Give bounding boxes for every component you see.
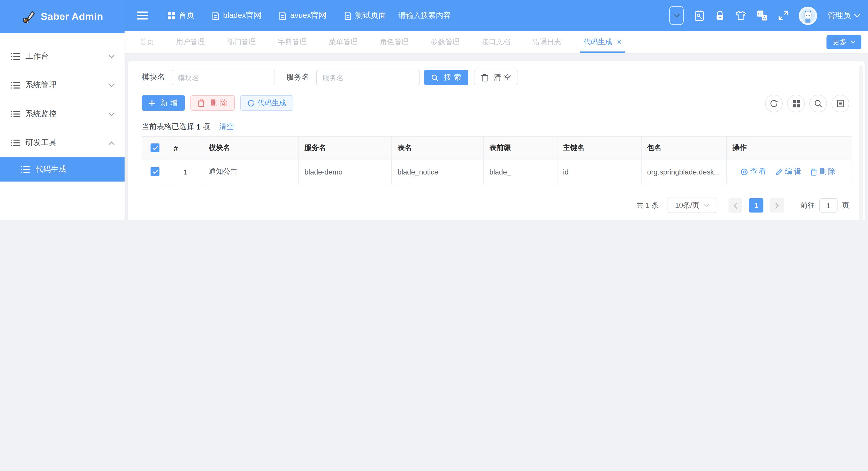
selection-text: 当前表格已选择 — [142, 122, 194, 132]
tab-param-management[interactable]: 参数管理 — [431, 31, 459, 53]
sidebar-item-label: 代码生成 — [35, 164, 66, 175]
menu-list-icon — [11, 82, 20, 89]
row-view-link[interactable]: 查看 — [741, 167, 768, 177]
menu-list-icon — [11, 139, 20, 147]
row-delete-link[interactable]: 删除 — [810, 167, 837, 177]
theme-shirt-icon[interactable] — [735, 10, 746, 21]
fullscreen-icon[interactable] — [778, 10, 788, 21]
selection-unit: 项 — [203, 122, 210, 132]
table-row: 1 通知公告 blade-demo blade_notice blade_ id… — [142, 159, 851, 184]
more-tabs-button[interactable]: 更多 — [826, 35, 861, 50]
top-nav-home[interactable]: 首页 — [168, 10, 194, 21]
service-name-label: 服务名 — [286, 73, 309, 83]
selection-clear-link[interactable]: 清空 — [219, 122, 234, 132]
global-search-input[interactable]: 请输入搜索内容 — [398, 10, 520, 21]
sidebar-item-system-management[interactable]: 系统管理 — [0, 71, 125, 99]
tab-error-log[interactable]: 错误日志 — [532, 31, 561, 53]
codegen-table: # 模块名 服务名 表名 表前缀 主键名 包名 操作 — [142, 136, 851, 184]
tab-user-management[interactable]: 用户管理 — [176, 31, 205, 53]
language-translate-icon[interactable]: 中 A — [757, 10, 768, 21]
selection-info: 当前表格已选择 1 项 清空 — [142, 123, 851, 130]
cell-prefix: blade_ — [484, 159, 557, 184]
trash-icon — [481, 74, 488, 82]
cell-index: 1 — [168, 159, 203, 184]
lock-icon[interactable] — [715, 10, 724, 21]
col-prefix: 表前缀 — [484, 136, 557, 159]
document-icon — [344, 11, 351, 20]
delete-button[interactable]: 删除 — [190, 95, 235, 111]
list-view-icon[interactable] — [832, 95, 849, 113]
goto-page-input[interactable] — [819, 198, 838, 213]
card-scrollbar[interactable] — [859, 65, 863, 220]
top-nav-test-page[interactable]: 测试页面 — [344, 10, 386, 21]
search-toggle-icon[interactable] — [809, 95, 827, 113]
sidebar-item-dev-tools[interactable]: 研发工具 — [0, 128, 125, 157]
code-generate-button[interactable]: 代码生成 — [240, 95, 293, 111]
cell-module: 通知公告 — [203, 159, 299, 184]
document-icon — [279, 11, 286, 20]
goto-unit: 页 — [842, 200, 849, 211]
col-index: # — [168, 136, 203, 159]
tab-api-docs[interactable]: 接口文档 — [482, 31, 510, 53]
sidebar-item-code-generation[interactable]: 代码生成 — [0, 157, 125, 182]
sidebar-item-label: 系统管理 — [26, 81, 108, 91]
topbar-actions: 中 A — [669, 6, 860, 25]
main-area: 首页 用户管理 部门管理 字典管理 菜单管理 角色管理 参数管理 接口文档 错误… — [125, 31, 868, 220]
user-avatar[interactable] — [799, 6, 817, 25]
topbar: 首页 bladex官网 avuex官 — [0, 0, 868, 31]
tab-code-generation[interactable]: 代码生成 ✕ — [583, 31, 622, 53]
top-nav-bladex[interactable]: bladex官网 — [212, 10, 261, 21]
sidebar-item-system-monitor[interactable]: 系统监控 — [0, 99, 125, 128]
tab-role-management[interactable]: 角色管理 — [380, 31, 408, 53]
cell-table: blade_notice — [392, 159, 484, 184]
cell-pk: id — [557, 159, 642, 184]
filter-row: 模块名 服务名 搜索 — [142, 70, 851, 85]
add-button[interactable]: 新增 — [142, 95, 185, 111]
content-card: 模块名 服务名 搜索 — [128, 61, 865, 220]
tab-menu-management[interactable]: 菜单管理 — [329, 31, 358, 53]
col-pk: 主键名 — [557, 136, 642, 159]
app-window: Saber Admin 首页 — [0, 0, 868, 220]
goto-label: 前往 — [801, 200, 815, 211]
table-header-row: # 模块名 服务名 表名 表前缀 主键名 包名 操作 — [142, 136, 851, 159]
tabs-bar: 首页 用户管理 部门管理 字典管理 菜单管理 角色管理 参数管理 接口文档 错误… — [125, 31, 868, 54]
grid-icon — [168, 12, 175, 19]
debug-log-icon[interactable] — [694, 9, 705, 21]
chevron-down-icon — [108, 55, 115, 58]
top-nav-label: 首页 — [179, 10, 194, 21]
row-edit-link[interactable]: 编辑 — [775, 167, 803, 177]
sidebar-item-workbench[interactable]: 工作台 — [0, 42, 125, 71]
sidebar-collapse-icon[interactable] — [137, 11, 148, 20]
row-checkbox[interactable] — [151, 167, 159, 176]
pagination: 共 1 条 10条/页 1 前往 页 — [142, 196, 851, 214]
tab-department-management[interactable]: 部门管理 — [227, 31, 256, 53]
top-nav-avuex[interactable]: avuex官网 — [279, 10, 327, 21]
cell-service: blade-demo — [299, 159, 392, 184]
col-module: 模块名 — [203, 136, 299, 159]
chevron-up-icon — [108, 141, 115, 145]
tab-dict-management[interactable]: 字典管理 — [278, 31, 307, 53]
refresh-icon[interactable] — [765, 95, 783, 113]
chevron-down-icon — [108, 83, 115, 87]
refresh-icon — [247, 99, 255, 106]
select-all-checkbox[interactable] — [151, 144, 159, 152]
prev-page-button[interactable] — [728, 198, 742, 213]
clear-button[interactable]: 清空 — [474, 70, 518, 85]
user-menu[interactable]: 管理员 — [828, 10, 860, 21]
page-number-1[interactable]: 1 — [749, 198, 764, 213]
service-name-input[interactable] — [316, 70, 420, 85]
menu-list-icon — [11, 110, 20, 118]
top-nav-label: 测试页面 — [355, 10, 386, 21]
tab-home[interactable]: 首页 — [140, 31, 154, 53]
capture-dropdown-button[interactable] — [669, 6, 684, 25]
next-page-button[interactable] — [770, 198, 784, 213]
column-settings-icon[interactable] — [787, 95, 805, 113]
search-button[interactable]: 搜索 — [424, 70, 468, 85]
sidebar-item-label: 系统监控 — [26, 109, 108, 119]
svg-text:A: A — [763, 15, 766, 21]
module-name-label: 模块名 — [142, 73, 165, 83]
pencil-icon — [775, 168, 783, 175]
tab-close-icon[interactable]: ✕ — [617, 38, 622, 46]
module-name-input[interactable] — [172, 70, 275, 85]
page-size-select[interactable]: 10条/页 — [668, 198, 716, 213]
